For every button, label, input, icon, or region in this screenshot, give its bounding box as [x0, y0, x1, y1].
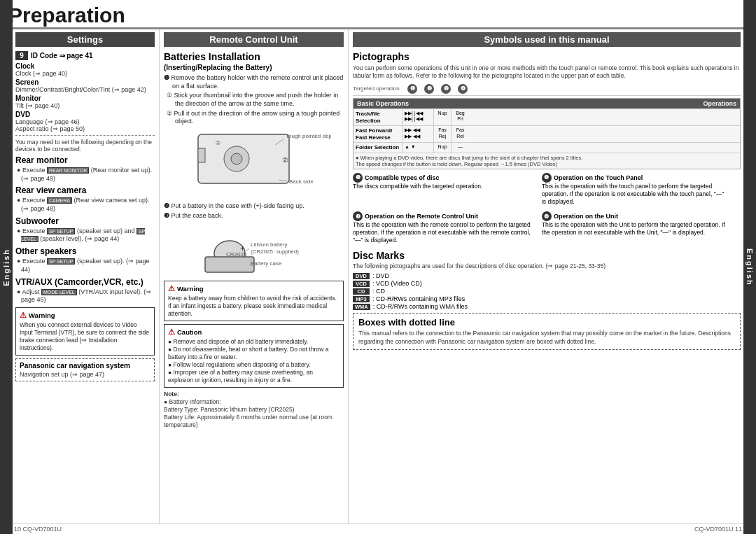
symbols-header: Symbols used in this manual	[353, 32, 741, 47]
panasonic-title: Panasonic car navigation system	[20, 362, 150, 370]
ops-cell-label-2: Fast Forward/Fast Reverse	[354, 126, 402, 142]
note-label: Note:	[164, 391, 179, 398]
settings-item-monitor: Monitor Tilt (⇒ page 40)	[15, 94, 155, 109]
symbols-column: Symbols used in this manual Pictographs …	[349, 29, 743, 524]
batteries-title: Batteries Installation	[164, 51, 344, 62]
settings-item-dvd: DVD Language (⇒ page 46) Aspect ratio (⇒…	[15, 111, 155, 132]
sp-setup-badge2: SP SETUP	[47, 258, 76, 265]
step1a: ① Stick your thumbnail into the groove a…	[164, 92, 344, 108]
legend-num-4: ❹	[542, 211, 552, 221]
settings-item-clock: Clock Clock (⇒ page 40)	[15, 62, 155, 77]
screen-label: Screen	[15, 78, 155, 86]
sp-level-badge: SP LEVEL	[21, 228, 145, 243]
num-circle-4: ❹	[458, 84, 468, 94]
settings-column: Settings 9 ID Code ⇒ page 41 Clock Clock…	[13, 29, 160, 524]
disc-label-vcd: : VCD (Video CD)	[372, 280, 422, 287]
rear-monitor-title: Rear monitor	[15, 155, 155, 165]
step1b: ② Pull it out in the direction of the ar…	[164, 110, 344, 126]
disc-badge-dvd: DVD	[353, 273, 370, 279]
id-code-label: ID Code ⇒ page 41	[31, 52, 93, 59]
pictographs-desc: You can perform some operations of this …	[353, 64, 741, 80]
battery-diagram: ② ① Tough pointed object Back side	[177, 127, 331, 201]
clock-label: Clock	[15, 62, 155, 70]
page-footer: 10 CQ-VD7001U CQ-VD7001U 11	[0, 524, 756, 534]
step3: ❸ Put the case back.	[164, 212, 344, 220]
warning-triangle-icon2: ⚠	[168, 284, 175, 293]
dvd-desc1: Language (⇒ page 46)	[15, 118, 155, 125]
svg-text:①: ①	[216, 140, 220, 146]
svg-rect-1	[198, 148, 205, 162]
vtr-aux-title: VTR/AUX (Camcorder,VCR, etc.)	[15, 277, 155, 287]
dotted-box-title: Boxes with dotted line	[358, 317, 735, 328]
svg-text:Lithium battery: Lithium battery	[251, 241, 287, 248]
ops-cell-sm5: Nup	[434, 143, 451, 153]
ops-cell-icons-1: ▶▶| |◀◀▶▶| |◀◀	[402, 109, 434, 125]
ops-cell-sm3: FasRej	[434, 126, 451, 142]
svg-text:Battery case: Battery case	[251, 260, 282, 267]
legend-desc-4: This is the operation with the Unit to p…	[542, 221, 728, 237]
disc-marks-desc: The following pictographs are used for t…	[353, 262, 741, 270]
svg-text:+: +	[240, 244, 245, 253]
disc-marks-title: Disc Marks	[353, 250, 741, 261]
mode-level-badge: MODE LEVEL	[41, 289, 77, 295]
ops-cell-sm1: Nup	[434, 109, 451, 125]
page-num-box: 9	[15, 51, 28, 60]
panasonic-box: Panasonic car navigation system Navigati…	[15, 358, 155, 381]
title-area: Preparation	[0, 0, 756, 29]
disc-label-wma: : CD-R/RWs containing WMA files	[373, 303, 468, 310]
disc-item-vcd: VCD : VCD (Video CD)	[353, 280, 741, 287]
remote-control-column: Remote Control Unit Batteries Installati…	[160, 29, 349, 524]
caution-title: ⚠ Caution	[168, 328, 340, 337]
legend-desc-1: The discs compatible with the targeted o…	[353, 183, 539, 190]
disc-badge-cd: CD	[353, 288, 370, 295]
ops-cell-label-1: Track/file Selection	[354, 109, 402, 125]
legend-item-4: ❹ Operation on the Unit This is the oper…	[542, 211, 728, 247]
step2: ❷ Put a battery in the case with (+)-sid…	[164, 202, 344, 211]
disc-badge-mp3: MP3	[353, 296, 370, 302]
num-circle-2: ❷	[424, 84, 434, 94]
svg-text:(CR2025: supplied): (CR2025: supplied)	[251, 248, 299, 255]
remote-warning-text: Keep a battery away from children to avo…	[168, 295, 340, 318]
legend-title-4: ❹ Operation on the Unit	[542, 211, 728, 221]
side-label-left-text: English	[2, 248, 10, 286]
legend-num-2: ❷	[542, 173, 552, 183]
clock-desc: Clock (⇒ page 40)	[15, 70, 155, 77]
page-title: Preparation	[8, 3, 748, 29]
legend-container: ❶ Compatible types of disc The discs com…	[353, 173, 741, 247]
dotted-box-text: This manual refers to the connection to …	[358, 330, 735, 346]
ops-note: ● When playing a DVD video, there are di…	[354, 153, 740, 169]
settings-item-screen: Screen Dimmer/Contrast/Bright/Color/Tint…	[15, 78, 155, 93]
settings-warning-title: ⚠ Warning	[20, 311, 150, 320]
legend-item-2: ❷ Operation on the Touch Panel This is t…	[542, 173, 728, 209]
settings-warning-box: ⚠ Warning When you connect external devi…	[15, 307, 155, 356]
disc-label-cd: : CD	[372, 288, 385, 295]
remote-control-header: Remote Control Unit	[164, 32, 344, 47]
ops-header-left: Basic Operations	[357, 100, 409, 107]
targeted-row: Targeted operation ❶ ❷ ❸ ❹	[353, 84, 741, 96]
caution-item-1: ● Remove and dispose of an old battery i…	[168, 338, 340, 346]
page-wrapper: English English Preparation Settings 9 I…	[0, 0, 756, 534]
subwoofer-bullet: ● Execute SP SETUP (speaker set up) and …	[15, 227, 155, 244]
remote-warning-box: ⚠ Warning Keep a battery away from child…	[164, 281, 344, 321]
step1: ❶ Remove the battery holder with the rem…	[164, 74, 344, 90]
id-code-row: 9 ID Code ⇒ page 41	[15, 51, 155, 60]
caution-triangle-icon: ⚠	[168, 328, 175, 337]
disc-label-mp3: : CD-R/RWs containing MP3 files	[372, 295, 465, 302]
ops-cell-icons-2: ▶▶ ◀◀▶▶ ◀◀	[402, 126, 434, 142]
warning-triangle-icon: ⚠	[20, 311, 27, 320]
legend-item-3: ❸ Operation on the Remote Control Unit T…	[353, 211, 539, 247]
disc-item-cd: CD : CD	[353, 288, 741, 295]
ops-row-2: Fast Forward/Fast Reverse ▶▶ ◀◀▶▶ ◀◀ Fas…	[354, 125, 740, 142]
disc-badge-vcd: VCD	[353, 281, 370, 287]
vtr-aux-bullet: ● Adjust MODE LEVEL (VTR/AUX input level…	[15, 288, 155, 304]
ops-cell-sm6: —	[451, 143, 469, 153]
caution-item-4: ● Improper use of a battery may cause ov…	[168, 369, 340, 384]
ops-row-1: Track/file Selection ▶▶| |◀◀▶▶| |◀◀ Nup …	[354, 108, 740, 125]
monitor-desc: Tilt (⇒ page 40)	[15, 102, 155, 109]
rear-camera-title: Rear view camera	[15, 185, 155, 195]
legend-desc-2: This is the operation with the touch pan…	[542, 183, 728, 206]
ops-cell-sm2: BegPri	[451, 109, 469, 125]
disc-items-list: DVD : DVD VCD : VCD (Video CD) CD : CD M…	[353, 272, 741, 310]
svg-rect-10	[205, 257, 254, 272]
disc-label-dvd: : DVD	[372, 272, 389, 279]
